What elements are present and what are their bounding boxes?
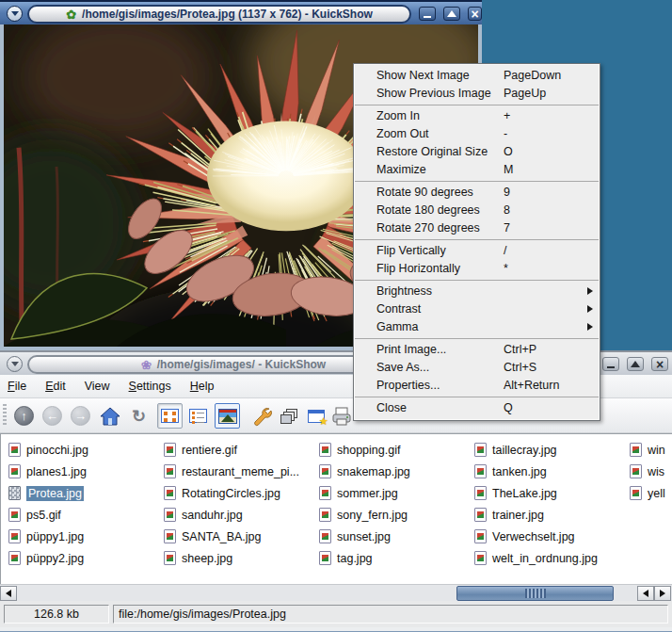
menu-item-restore-original-size[interactable]: Restore Original SizeO <box>354 143 600 161</box>
submenu-arrow-icon <box>587 305 593 313</box>
file-item-selected[interactable]: Protea.jpg <box>8 482 88 504</box>
menu-item-show-previous-image[interactable]: Show Previous ImagePageUp <box>354 85 600 103</box>
menu-item-contrast[interactable]: Contrast <box>354 300 600 318</box>
file-item[interactable]: wis <box>630 461 665 482</box>
back-button[interactable]: ← <box>40 403 65 429</box>
forward-button[interactable]: → <box>68 403 93 429</box>
new-window-button[interactable] <box>303 403 328 429</box>
detailed-view-button[interactable] <box>185 403 211 429</box>
menu-item-gamma[interactable]: Gamma <box>354 318 600 336</box>
file-item[interactable]: yell <box>630 482 665 504</box>
menu-settings[interactable]: Settings <box>129 380 171 393</box>
menu-item-rotate-180[interactable]: Rotate 180 degrees8 <box>354 202 600 219</box>
file-item[interactable]: snakemap.jpg <box>319 461 410 482</box>
image-file-icon <box>164 551 176 565</box>
file-item[interactable]: pinocchi.jpg <box>8 439 88 461</box>
image-file-icon <box>164 464 176 478</box>
file-item[interactable]: planes1.jpg <box>8 461 88 482</box>
file-item[interactable]: TheLake.jpg <box>474 482 598 504</box>
menu-item-maximize[interactable]: MaximizeM <box>354 161 600 179</box>
chevron-down-icon <box>11 11 19 16</box>
image-preview-button[interactable] <box>215 403 240 429</box>
image-file-icon <box>164 529 176 543</box>
image-file-icon <box>474 443 487 457</box>
scroll-right-button[interactable] <box>654 586 671 601</box>
menu-item-zoom-in[interactable]: Zoom In+ <box>354 107 600 125</box>
menu-item-print-image[interactable]: Print Image...Ctrl+P <box>354 341 600 359</box>
file-item[interactable]: sanduhr.jpg <box>164 504 299 526</box>
file-item[interactable]: taillecray.jpg <box>474 439 598 461</box>
file-item[interactable]: ps5.gif <box>8 504 88 526</box>
file-item[interactable]: SANTA_BA.jpg <box>164 526 299 547</box>
menu-file[interactable]: File <box>8 380 26 393</box>
viewer-titlebar[interactable]: ✿ /home/gis/images/Protea.jpg (1137 x 76… <box>0 0 482 24</box>
viewer-close-button[interactable] <box>468 7 482 21</box>
file-item[interactable]: win <box>630 439 665 461</box>
viewer-maximize-button[interactable] <box>443 7 460 21</box>
file-item[interactable]: püppy1.jpg <box>8 526 88 547</box>
image-file-icon <box>630 486 642 500</box>
file-list[interactable]: pinocchi.jpg planes1.jpg Protea.jpg ps5.… <box>0 433 672 584</box>
left-arrow-icon <box>6 590 11 597</box>
browser-close-button[interactable] <box>651 357 668 371</box>
file-item[interactable]: sunset.jpg <box>319 526 410 547</box>
file-item[interactable]: tag.jpg <box>319 547 410 569</box>
image-file-icon <box>8 529 21 543</box>
menu-item-rotate-90[interactable]: Rotate 90 degrees9 <box>354 184 600 202</box>
slideshow-button[interactable] <box>277 403 302 429</box>
scrollbar-thumb[interactable] <box>456 586 614 601</box>
home-button[interactable] <box>97 403 122 429</box>
viewer-title: /home/gis/images/Protea.jpg (1137 x 762)… <box>82 8 373 21</box>
menu-item-properties[interactable]: Properties...Alt+Return <box>354 377 600 395</box>
file-item[interactable]: Verwechselt.jpg <box>474 526 598 547</box>
detailed-view-icon <box>189 409 207 423</box>
file-path-status: file:/home/gis/images/Protea.jpg <box>113 605 668 624</box>
toolbar-drag-handle[interactable] <box>3 404 7 427</box>
file-item[interactable]: sommer.jpg <box>319 482 410 504</box>
menu-item-save-as[interactable]: Save As...Ctrl+S <box>354 359 600 377</box>
menu-help[interactable]: Help <box>190 380 215 393</box>
configure-button[interactable] <box>248 403 274 429</box>
image-file-icon <box>164 443 176 457</box>
scroll-left-button[interactable] <box>0 586 17 601</box>
menu-item-close[interactable]: CloseQ <box>354 399 600 417</box>
menu-item-flip-vertically[interactable]: Flip Vertically/ <box>354 242 600 260</box>
up-button[interactable]: ↑ <box>11 403 37 429</box>
file-item[interactable]: sony_fern.jpg <box>319 504 410 526</box>
home-icon <box>100 407 120 426</box>
up-arrow-icon: ↑ <box>14 406 34 426</box>
browser-minimize-button[interactable] <box>602 357 619 371</box>
new-window-icon <box>308 410 325 423</box>
viewer-window-menu-button[interactable] <box>7 6 23 22</box>
browser-maximize-button[interactable] <box>627 357 644 371</box>
menu-edit[interactable]: Edit <box>45 380 66 393</box>
menu-item-show-next-image[interactable]: Show Next ImagePageDown <box>354 67 600 85</box>
file-column-2: rentiere.gif restaurant_meme_pi... Rotat… <box>164 439 299 569</box>
image-file-icon <box>8 508 21 522</box>
reload-button[interactable]: ↻ <box>126 403 152 429</box>
print-button[interactable] <box>328 403 354 429</box>
file-item[interactable]: shopping.gif <box>319 439 410 461</box>
viewer-title-pill: ✿ /home/gis/images/Protea.jpg (1137 x 76… <box>27 5 411 24</box>
menu-view[interactable]: View <box>85 380 110 393</box>
printer-icon <box>331 407 352 426</box>
browser-window-menu-button[interactable] <box>7 356 23 372</box>
menu-item-flip-horizontally[interactable]: Flip Horizontally* <box>354 260 600 278</box>
file-item[interactable]: restaurant_meme_pi... <box>164 461 299 482</box>
scroll-left-button-2[interactable] <box>637 586 654 601</box>
image-file-icon <box>319 443 331 457</box>
file-item[interactable]: rentiere.gif <box>164 439 299 461</box>
file-item[interactable]: welt_in_ordnung.jpg <box>474 547 598 569</box>
file-item[interactable]: püppy2.jpg <box>8 547 88 569</box>
menu-item-brightness[interactable]: Brightness <box>354 283 600 300</box>
icon-view-button[interactable] <box>157 403 183 429</box>
viewer-minimize-button[interactable] <box>419 7 436 21</box>
horizontal-scrollbar[interactable] <box>0 584 672 601</box>
image-context-menu: Show Next ImagePageDown Show Previous Im… <box>353 63 600 421</box>
menu-item-rotate-270[interactable]: Rotate 270 degrees7 <box>354 219 600 237</box>
file-item[interactable]: RotatingCircles.jpg <box>164 482 299 504</box>
file-item[interactable]: trainer.jpg <box>474 504 598 526</box>
file-item[interactable]: sheep.jpg <box>164 547 299 569</box>
file-item[interactable]: tanken.jpg <box>474 461 598 482</box>
menu-item-zoom-out[interactable]: Zoom Out- <box>354 125 600 143</box>
